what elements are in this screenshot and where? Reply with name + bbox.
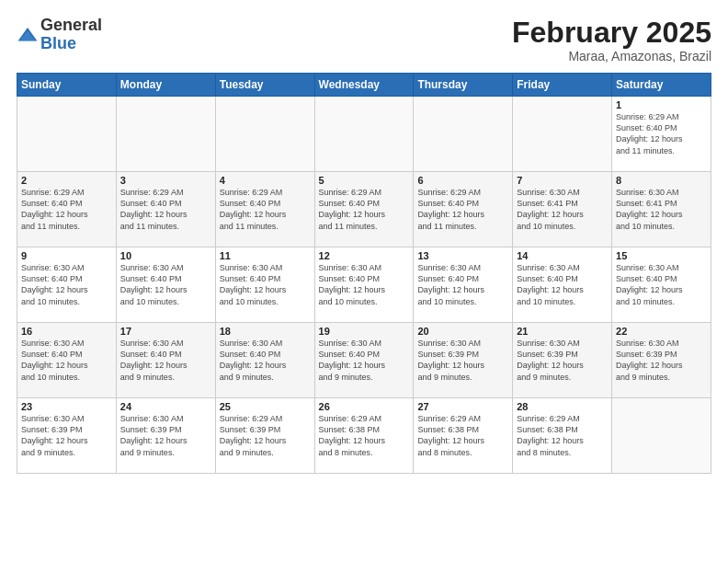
day-number: 26 [319, 401, 410, 412]
day-number: 11 [220, 250, 311, 261]
col-header-wednesday: Wednesday [314, 74, 414, 97]
day-number: 22 [616, 326, 707, 337]
logo-text: General Blue [40, 17, 102, 53]
day-cell: 6Sunrise: 6:29 AM Sunset: 6:40 PM Daylig… [414, 172, 513, 247]
day-cell [116, 97, 215, 172]
calendar-table: SundayMondayTuesdayWednesdayThursdayFrid… [17, 73, 711, 474]
week-row-3: 16Sunrise: 6:30 AM Sunset: 6:40 PM Dayli… [17, 323, 711, 398]
calendar-header-row: SundayMondayTuesdayWednesdayThursdayFrid… [17, 74, 711, 97]
day-cell: 19Sunrise: 6:30 AM Sunset: 6:40 PM Dayli… [314, 323, 414, 398]
day-cell [513, 97, 612, 172]
day-info: Sunrise: 6:29 AM Sunset: 6:38 PM Dayligh… [417, 413, 508, 458]
day-cell: 17Sunrise: 6:30 AM Sunset: 6:40 PM Dayli… [116, 323, 215, 398]
day-info: Sunrise: 6:30 AM Sunset: 6:40 PM Dayligh… [220, 338, 311, 383]
day-info: Sunrise: 6:29 AM Sunset: 6:40 PM Dayligh… [616, 111, 707, 156]
day-cell: 18Sunrise: 6:30 AM Sunset: 6:40 PM Dayli… [215, 323, 314, 398]
day-number: 20 [417, 326, 508, 337]
calendar-title: February 2025 [512, 17, 711, 49]
day-cell: 24Sunrise: 6:30 AM Sunset: 6:39 PM Dayli… [116, 398, 215, 474]
week-row-4: 23Sunrise: 6:30 AM Sunset: 6:39 PM Dayli… [17, 398, 711, 474]
col-header-tuesday: Tuesday [215, 74, 314, 97]
day-number: 8 [616, 175, 707, 186]
day-info: Sunrise: 6:29 AM Sunset: 6:38 PM Dayligh… [319, 413, 410, 458]
day-cell: 22Sunrise: 6:30 AM Sunset: 6:39 PM Dayli… [612, 323, 711, 398]
day-info: Sunrise: 6:30 AM Sunset: 6:40 PM Dayligh… [220, 262, 311, 307]
day-cell: 3Sunrise: 6:29 AM Sunset: 6:40 PM Daylig… [116, 172, 215, 247]
day-cell: 23Sunrise: 6:30 AM Sunset: 6:39 PM Dayli… [17, 398, 117, 474]
day-info: Sunrise: 6:29 AM Sunset: 6:40 PM Dayligh… [220, 187, 311, 232]
day-cell: 7Sunrise: 6:30 AM Sunset: 6:41 PM Daylig… [513, 172, 612, 247]
day-number: 3 [120, 175, 211, 186]
day-number: 13 [417, 250, 508, 261]
day-cell [414, 97, 513, 172]
day-number: 2 [21, 175, 112, 186]
day-number: 10 [120, 250, 211, 261]
day-cell: 16Sunrise: 6:30 AM Sunset: 6:40 PM Dayli… [17, 323, 117, 398]
day-info: Sunrise: 6:29 AM Sunset: 6:40 PM Dayligh… [120, 187, 211, 232]
day-info: Sunrise: 6:30 AM Sunset: 6:40 PM Dayligh… [21, 262, 112, 307]
day-info: Sunrise: 6:29 AM Sunset: 6:40 PM Dayligh… [319, 187, 410, 232]
day-info: Sunrise: 6:29 AM Sunset: 6:38 PM Dayligh… [517, 413, 608, 458]
day-cell: 27Sunrise: 6:29 AM Sunset: 6:38 PM Dayli… [414, 398, 513, 474]
day-number: 6 [417, 175, 508, 186]
day-number: 12 [319, 250, 410, 261]
day-info: Sunrise: 6:30 AM Sunset: 6:40 PM Dayligh… [517, 262, 608, 307]
col-header-friday: Friday [513, 74, 612, 97]
day-number: 4 [220, 175, 311, 186]
day-cell [612, 398, 711, 474]
logo-icon [17, 26, 39, 44]
day-info: Sunrise: 6:30 AM Sunset: 6:41 PM Dayligh… [616, 187, 707, 232]
day-info: Sunrise: 6:30 AM Sunset: 6:40 PM Dayligh… [417, 262, 508, 307]
day-cell: 15Sunrise: 6:30 AM Sunset: 6:40 PM Dayli… [612, 247, 711, 323]
week-row-0: 1Sunrise: 6:29 AM Sunset: 6:40 PM Daylig… [17, 97, 711, 172]
day-number: 28 [517, 401, 608, 412]
day-cell: 10Sunrise: 6:30 AM Sunset: 6:40 PM Dayli… [116, 247, 215, 323]
day-number: 25 [220, 401, 311, 412]
day-info: Sunrise: 6:30 AM Sunset: 6:39 PM Dayligh… [120, 413, 211, 458]
day-cell: 1Sunrise: 6:29 AM Sunset: 6:40 PM Daylig… [612, 97, 711, 172]
week-row-2: 9Sunrise: 6:30 AM Sunset: 6:40 PM Daylig… [17, 247, 711, 323]
day-info: Sunrise: 6:29 AM Sunset: 6:40 PM Dayligh… [21, 187, 112, 232]
week-row-1: 2Sunrise: 6:29 AM Sunset: 6:40 PM Daylig… [17, 172, 711, 247]
day-cell: 12Sunrise: 6:30 AM Sunset: 6:40 PM Dayli… [314, 247, 414, 323]
day-info: Sunrise: 6:30 AM Sunset: 6:39 PM Dayligh… [417, 338, 508, 383]
day-info: Sunrise: 6:30 AM Sunset: 6:40 PM Dayligh… [120, 262, 211, 307]
day-cell: 5Sunrise: 6:29 AM Sunset: 6:40 PM Daylig… [314, 172, 414, 247]
day-info: Sunrise: 6:30 AM Sunset: 6:40 PM Dayligh… [319, 262, 410, 307]
day-info: Sunrise: 6:30 AM Sunset: 6:40 PM Dayligh… [319, 338, 410, 383]
day-number: 23 [21, 401, 112, 412]
day-info: Sunrise: 6:29 AM Sunset: 6:40 PM Dayligh… [417, 187, 508, 232]
day-cell: 9Sunrise: 6:30 AM Sunset: 6:40 PM Daylig… [17, 247, 117, 323]
col-header-thursday: Thursday [414, 74, 513, 97]
day-cell [215, 97, 314, 172]
logo-general-text: General [40, 17, 102, 35]
day-number: 27 [417, 401, 508, 412]
day-number: 19 [319, 326, 410, 337]
logo-blue-text: Blue [40, 35, 102, 53]
day-cell: 20Sunrise: 6:30 AM Sunset: 6:39 PM Dayli… [414, 323, 513, 398]
day-cell: 25Sunrise: 6:29 AM Sunset: 6:39 PM Dayli… [215, 398, 314, 474]
col-header-sunday: Sunday [17, 74, 117, 97]
day-cell: 28Sunrise: 6:29 AM Sunset: 6:38 PM Dayli… [513, 398, 612, 474]
day-number: 15 [616, 250, 707, 261]
day-info: Sunrise: 6:30 AM Sunset: 6:40 PM Dayligh… [616, 262, 707, 307]
col-header-monday: Monday [116, 74, 215, 97]
day-cell: 21Sunrise: 6:30 AM Sunset: 6:39 PM Dayli… [513, 323, 612, 398]
day-info: Sunrise: 6:30 AM Sunset: 6:39 PM Dayligh… [616, 338, 707, 383]
day-number: 16 [21, 326, 112, 337]
day-cell: 26Sunrise: 6:29 AM Sunset: 6:38 PM Dayli… [314, 398, 414, 474]
day-cell: 2Sunrise: 6:29 AM Sunset: 6:40 PM Daylig… [17, 172, 117, 247]
day-cell: 11Sunrise: 6:30 AM Sunset: 6:40 PM Dayli… [215, 247, 314, 323]
day-number: 14 [517, 250, 608, 261]
day-cell [17, 97, 117, 172]
page: General Blue February 2025 Maraa, Amazon… [0, 0, 728, 563]
day-cell: 8Sunrise: 6:30 AM Sunset: 6:41 PM Daylig… [612, 172, 711, 247]
day-cell: 13Sunrise: 6:30 AM Sunset: 6:40 PM Dayli… [414, 247, 513, 323]
day-number: 21 [517, 326, 608, 337]
day-number: 9 [21, 250, 112, 261]
day-number: 7 [517, 175, 608, 186]
day-info: Sunrise: 6:30 AM Sunset: 6:41 PM Dayligh… [517, 187, 608, 232]
header: General Blue February 2025 Maraa, Amazon… [17, 17, 711, 63]
day-number: 17 [120, 326, 211, 337]
day-number: 18 [220, 326, 311, 337]
